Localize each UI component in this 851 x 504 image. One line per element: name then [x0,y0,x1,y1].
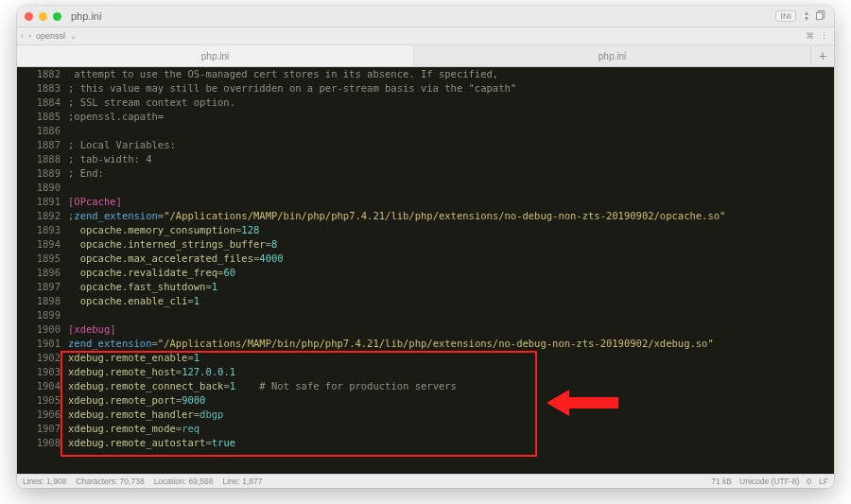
line-number: 1889 [17,166,68,181]
code-text[interactable]: xdebug.remote_host=127.0.0.1 [68,365,235,379]
chevron-right-icon[interactable]: › [28,31,31,41]
code-line[interactable]: 1883; this value may still be overridden… [17,81,834,96]
line-number: 1901 [17,337,68,351]
code-text[interactable]: xdebug.remote_handler=dbgp [68,408,223,422]
code-text[interactable]: opcache.revalidate_freq=60 [68,266,235,280]
close-icon[interactable] [25,12,33,21]
line-number: 1890 [17,181,68,195]
line-number: 1906 [17,408,68,422]
line-number: 1907 [17,422,68,436]
line-number: 1885 [17,110,68,124]
status-filesize: 71 kB [711,477,732,486]
breadcrumb[interactable]: ‹ › openssl ⌄ [21,31,78,41]
minimize-icon[interactable] [39,12,47,21]
code-text[interactable]: [xdebug] [68,322,116,337]
code-line[interactable]: 1888; tab-width: 4 [17,152,834,166]
code-line[interactable]: 1899 [17,308,834,322]
code-text[interactable]: xdebug.remote_port=9000 [68,393,205,408]
code-text[interactable]: opcache.interned_strings_buffer=8 [68,237,277,252]
tab-phpini-1[interactable]: php.ini [17,45,414,66]
code-text[interactable]: zend_extension="/Applications/MAMP/bin/p… [68,337,714,351]
language-badge[interactable]: INI [775,10,796,22]
window-title: php.ini [71,10,775,22]
code-line[interactable]: 1898 opcache.enable_cli=1 [17,294,834,308]
status-tabsize[interactable]: 0 [807,477,811,486]
code-line[interactable]: 1892;zend_extension="/Applications/MAMP/… [17,209,834,223]
code-line[interactable]: 1886 [17,124,834,138]
chevron-down-icon[interactable]: ⌄ [70,31,78,41]
code-text[interactable]: opcache.memory_consumption=128 [68,223,259,237]
code-text[interactable]: xdebug.remote_enable=1 [68,351,200,365]
code-text[interactable]: ;zend_extension="/Applications/MAMP/bin/… [68,209,725,223]
code-text[interactable]: xdebug.remote_mode=req [68,422,200,436]
line-number: 1899 [17,308,68,322]
zoom-icon[interactable] [53,12,61,21]
toolbar-right-glyph-2[interactable]: ⋮ [820,31,828,41]
code-text[interactable]: ; this value may still be overridden on … [68,81,516,96]
code-line[interactable]: 1884; SSL stream context option. [17,96,834,110]
code-text[interactable]: ; End: [68,166,104,181]
code-text[interactable]: xdebug.remote_connect_back=1 # Not safe … [68,379,457,393]
code-text[interactable]: xdebug.remote_autostart=true [68,436,235,450]
line-number: 1888 [17,152,68,166]
code-line[interactable]: 1889; End: [17,166,834,181]
tab-phpini-2[interactable]: php.ini [414,45,811,66]
line-number: 1905 [17,393,68,408]
code-text[interactable]: ; tab-width: 4 [68,152,152,166]
code-line[interactable]: 1901zend_extension="/Applications/MAMP/b… [17,337,834,351]
stepper-icon[interactable]: ▴▾ [802,10,810,22]
code-line[interactable]: 1887; Local Variables: [17,138,834,152]
line-number: 1892 [17,209,68,223]
status-chars: Characters: 70,738 [76,477,144,486]
code-line[interactable]: 1893 opcache.memory_consumption=128 [17,223,834,237]
code-line[interactable]: 1896 opcache.revalidate_freq=60 [17,266,834,280]
code-editor[interactable]: 1882 attempt to use the OS-managed cert … [17,67,834,474]
line-number: 1904 [17,379,68,393]
line-number: 1896 [17,266,68,280]
code-text[interactable]: ; SSL stream context option. [68,96,235,110]
code-line[interactable]: 1891[OPcache] [17,195,834,209]
line-number: 1897 [17,280,68,294]
code-text[interactable]: opcache.max_accelerated_files=4000 [68,252,284,266]
titlebar: php.ini INI ▴▾ [17,6,834,27]
code-text[interactable]: opcache.enable_cli=1 [68,294,200,308]
line-number: 1883 [17,81,68,96]
new-tab-button[interactable]: + [811,45,834,66]
code-line[interactable]: 1906xdebug.remote_handler=dbgp [17,408,834,422]
code-text[interactable]: [OPcache] [68,195,122,209]
code-line[interactable]: 1904xdebug.remote_connect_back=1 # Not s… [17,379,834,393]
status-encoding[interactable]: Unicode (UTF-8) [739,477,799,486]
code-line[interactable]: 1903xdebug.remote_host=127.0.0.1 [17,365,834,379]
code-line[interactable]: 1894 opcache.interned_strings_buffer=8 [17,237,834,252]
code-line[interactable]: 1902xdebug.remote_enable=1 [17,351,834,365]
line-number: 1891 [17,195,68,209]
editor-window: php.ini INI ▴▾ ‹ › openssl ⌄ ⌘ ⋮ php.ini [17,6,834,488]
line-number: 1900 [17,322,68,337]
code-line[interactable]: 1895 opcache.max_accelerated_files=4000 [17,252,834,266]
status-lines: Lines: 1,908 [23,477,66,486]
code-text[interactable]: opcache.fast_shutdown=1 [68,280,217,294]
breadcrumb-text[interactable]: openssl [36,31,65,41]
code-text[interactable]: attempt to use the OS-managed cert store… [68,67,498,81]
code-line[interactable]: 1907xdebug.remote_mode=req [17,422,834,436]
line-number: 1902 [17,351,68,365]
line-number: 1887 [17,138,68,152]
code-line[interactable]: 1885;openssl.capath= [17,110,834,124]
status-eol[interactable]: LF [819,477,828,486]
code-line[interactable]: 1905xdebug.remote_port=9000 [17,393,834,408]
window-controls [25,12,61,21]
code-line[interactable]: 1882 attempt to use the OS-managed cert … [17,67,834,81]
tab-label: php.ini [201,51,229,61]
code-text[interactable]: ; Local Variables: [68,138,176,152]
chevron-left-icon[interactable]: ‹ [21,31,24,41]
status-line: Line: 1,877 [222,477,262,486]
toolbar-right-glyph-1[interactable]: ⌘ [806,31,814,41]
line-number: 1884 [17,96,68,110]
code-line[interactable]: 1900[xdebug] [17,322,834,337]
line-number: 1894 [17,237,68,252]
code-line[interactable]: 1908xdebug.remote_autostart=true [17,436,834,450]
code-line[interactable]: 1897 opcache.fast_shutdown=1 [17,280,834,294]
code-line[interactable]: 1890 [17,181,834,195]
code-text[interactable]: ;openssl.capath= [68,110,164,124]
duplicate-icon[interactable] [816,10,826,23]
